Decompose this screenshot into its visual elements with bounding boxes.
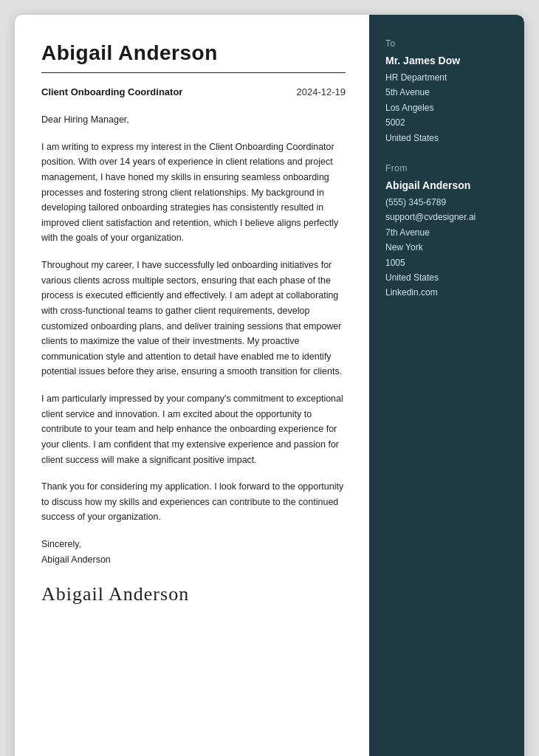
paragraph-1: I am writing to express my interest in t… <box>41 140 346 246</box>
closing: Sincerely, Abigail Anderson <box>41 537 346 567</box>
divider <box>41 72 346 73</box>
to-info: HR Department 5th Avenue Los Angeles 500… <box>385 70 508 145</box>
greeting: Dear Hiring Manager, <box>41 112 346 128</box>
from-label: From <box>385 163 508 173</box>
paragraph-2: Throughout my career, I have successfull… <box>41 258 346 379</box>
applicant-name: Abigail Anderson <box>41 41 346 65</box>
from-name: Abigail Anderson <box>385 179 508 191</box>
signature-script: Abigail Anderson <box>41 579 346 611</box>
to-label: To <box>385 38 508 49</box>
sidebar: To Mr. James Dow HR Department 5th Avenu… <box>369 15 524 756</box>
closing-name: Abigail Anderson <box>41 554 111 565</box>
date: 2024-12-19 <box>297 86 346 97</box>
to-name: Mr. James Dow <box>385 55 508 66</box>
main-content: Abigail Anderson Client Onboarding Coord… <box>15 15 369 756</box>
to-section: To Mr. James Dow HR Department 5th Avenu… <box>385 38 508 145</box>
paragraph-3: I am particularly impressed by your comp… <box>41 391 346 467</box>
meta-row: Client Onboarding Coordinator 2024-12-19 <box>41 86 346 97</box>
paragraph-4: Thank you for considering my application… <box>41 479 346 525</box>
page: Abigail Anderson Client Onboarding Coord… <box>15 15 524 756</box>
from-section: From Abigail Anderson (555) 345-6789 sup… <box>385 163 508 300</box>
letter-body: Dear Hiring Manager, I am writing to exp… <box>41 112 346 611</box>
from-info: (555) 345-6789 support@cvdesigner.ai 7th… <box>385 195 508 300</box>
job-title: Client Onboarding Coordinator <box>41 86 182 97</box>
